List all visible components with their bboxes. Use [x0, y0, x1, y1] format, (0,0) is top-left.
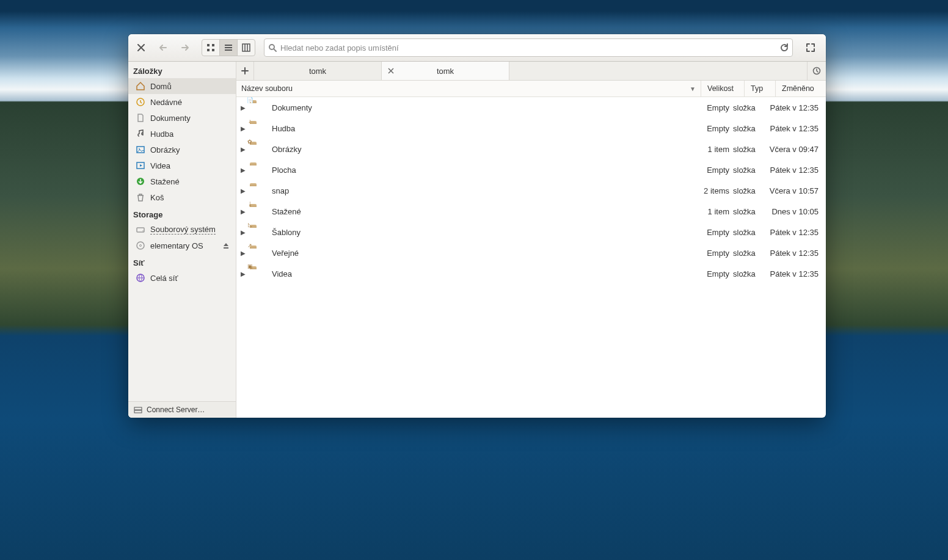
- file-row[interactable]: ▶↗VeřejnéEmptysložkaPátek v 12:35: [236, 242, 826, 263]
- file-type: složka: [733, 165, 764, 175]
- svg-rect-22: [134, 407, 142, 410]
- sidebar-item-storage-0[interactable]: Souborový systém: [128, 222, 236, 238]
- expand-arrow-icon[interactable]: ▶: [240, 229, 246, 236]
- eject-button[interactable]: [222, 242, 230, 249]
- tab-label: tomk: [437, 67, 454, 76]
- file-row[interactable]: ▶▣VideaEmptysložkaPátek v 12:35: [236, 263, 826, 284]
- file-name: Plocha: [267, 165, 688, 175]
- new-tab-button[interactable]: [236, 62, 254, 80]
- window-close-button[interactable]: [132, 39, 150, 56]
- main-area: tomktomk Název souboru ▼ Velikost: [236, 62, 826, 418]
- file-row[interactable]: ▶⭳Stažené1 itemsložkaDnes v 10:05: [236, 201, 826, 222]
- sidebar-item-label: Obrázky: [150, 145, 180, 155]
- tab-0[interactable]: tomk: [254, 62, 382, 80]
- reload-button[interactable]: [780, 43, 789, 52]
- svg-rect-23: [134, 410, 142, 413]
- sidebar-item-pic[interactable]: Obrázky: [128, 142, 236, 158]
- sidebar-item-label: Souborový systém: [150, 225, 216, 235]
- file-size: 1 item: [688, 207, 733, 216]
- tab-1[interactable]: tomk: [382, 62, 509, 80]
- file-size: Empty: [688, 249, 733, 258]
- expand-arrow-icon[interactable]: ▶: [240, 104, 246, 111]
- file-name: Veřejné: [267, 249, 688, 258]
- file-type: složka: [733, 103, 764, 112]
- toolbar: Hledat nebo zadat popis umístění: [128, 34, 826, 62]
- nav-forward-button[interactable]: [176, 39, 194, 56]
- expand-arrow-icon[interactable]: ▶: [240, 146, 246, 153]
- svg-rect-4: [225, 45, 232, 46]
- file-size: 1 item: [688, 145, 733, 154]
- file-type: složka: [733, 207, 764, 216]
- column-modified[interactable]: Změněno: [775, 81, 826, 96]
- sidebar-item-recent[interactable]: Nedávné: [128, 94, 236, 110]
- column-header: Název souboru ▼ Velikost Typ Změněno: [236, 81, 826, 97]
- file-size: Empty: [688, 124, 733, 133]
- expand-arrow-icon[interactable]: ▶: [240, 250, 246, 256]
- sidebar-item-music[interactable]: Hudba: [128, 126, 236, 142]
- file-name: Stažené: [267, 207, 688, 216]
- connect-server-label: Connect Server…: [147, 405, 205, 414]
- column-size[interactable]: Velikost: [701, 81, 744, 96]
- folder-icon: ✿: [250, 142, 267, 156]
- file-size: Empty: [688, 269, 733, 278]
- expand-arrow-icon[interactable]: ▶: [240, 125, 246, 132]
- column-name[interactable]: Název souboru ▼: [236, 84, 701, 93]
- svg-rect-3: [212, 49, 214, 51]
- file-row[interactable]: ▶PlochaEmptysložkaPátek v 12:35: [236, 159, 826, 180]
- view-grid-button[interactable]: [202, 40, 220, 56]
- history-icon: [812, 67, 821, 75]
- svg-rect-6: [225, 49, 232, 51]
- file-manager-window: Hledat nebo zadat popis umístění Záložky…: [128, 34, 826, 418]
- file-row[interactable]: ▶♪HudbaEmptysložkaPátek v 12:35: [236, 118, 826, 139]
- sidebar-item-trash[interactable]: Koš: [128, 189, 236, 205]
- file-modified: Pátek v 12:35: [764, 103, 826, 112]
- svg-rect-1: [212, 44, 214, 46]
- home-icon: [136, 81, 145, 91]
- view-columns-button[interactable]: [238, 40, 255, 56]
- view-list-button[interactable]: [220, 40, 238, 56]
- file-row[interactable]: ▶✿Obrázky1 itemsložkaVčera v 09:47: [236, 139, 826, 159]
- folder-icon: ⭳: [250, 204, 267, 219]
- sidebar-item-dl[interactable]: Stažené: [128, 173, 236, 189]
- net-icon: [136, 273, 145, 283]
- eject-icon: [222, 242, 230, 249]
- column-name-label: Název souboru: [241, 84, 293, 93]
- tab-history-button[interactable]: [807, 62, 826, 80]
- file-row[interactable]: ▶📄DokumentyEmptysložkaPátek v 12:35: [236, 97, 826, 118]
- path-placeholder: Hledat nebo zadat popis umístění: [280, 43, 399, 53]
- file-row[interactable]: ▶snap2 itemssložkaVčera v 10:57: [236, 180, 826, 201]
- connect-server-button[interactable]: Connect Server…: [128, 401, 236, 418]
- window-maximize-button[interactable]: [801, 39, 822, 56]
- file-name: Dokumenty: [267, 103, 688, 112]
- file-row[interactable]: ▶◺ŠablonyEmptysložkaPátek v 12:35: [236, 222, 826, 242]
- expand-arrow-icon[interactable]: ▶: [240, 271, 246, 277]
- sidebar-item-label: Dokumenty: [150, 114, 191, 123]
- sidebar: Záložky DomůNedávnéDokumentyHudbaObrázky…: [128, 62, 236, 418]
- nav-back-button[interactable]: [154, 39, 172, 56]
- file-name: Hudba: [267, 124, 688, 133]
- folder-icon: ↗: [250, 245, 267, 260]
- folder-icon: ◺: [250, 225, 267, 239]
- expand-arrow-icon[interactable]: ▶: [240, 167, 246, 173]
- column-type[interactable]: Typ: [744, 81, 775, 96]
- file-modified: Pátek v 12:35: [764, 249, 826, 258]
- sidebar-item-label: Stažené: [150, 177, 180, 186]
- doc-icon: [136, 113, 145, 123]
- expand-arrow-icon[interactable]: ▶: [240, 187, 246, 194]
- sidebar-item-label: Hudba: [150, 129, 173, 139]
- sidebar-item-network-0[interactable]: Celá síť: [128, 270, 236, 286]
- folder-icon: [250, 162, 267, 177]
- path-bar[interactable]: Hledat nebo zadat popis umístění: [264, 38, 793, 57]
- sidebar-item-vid[interactable]: Videa: [128, 158, 236, 173]
- tab-close-button[interactable]: [388, 68, 394, 74]
- sidebar-item-label: elementary OS: [150, 241, 203, 250]
- music-icon: [136, 129, 145, 139]
- sidebar-item-home[interactable]: Domů: [128, 78, 236, 94]
- sidebar-heading-network: Síť: [128, 253, 236, 270]
- recent-icon: [136, 97, 145, 107]
- file-type: složka: [733, 269, 764, 278]
- expand-arrow-icon[interactable]: ▶: [240, 208, 246, 215]
- column-type-label: Typ: [751, 84, 763, 93]
- sidebar-item-doc[interactable]: Dokumenty: [128, 110, 236, 126]
- sidebar-item-storage-1[interactable]: elementary OS: [128, 238, 236, 253]
